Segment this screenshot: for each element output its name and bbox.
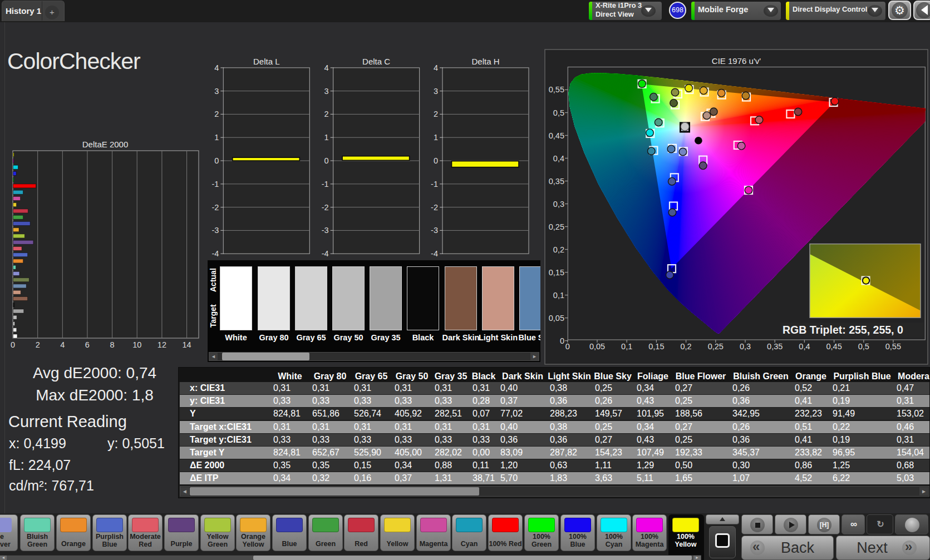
svg-text:0,4: 0,4	[553, 154, 564, 163]
svg-text:0,35: 0,35	[767, 342, 783, 351]
svg-text:0,5: 0,5	[553, 108, 564, 117]
svg-text:0,3: 0,3	[740, 342, 751, 351]
svg-text:0,05: 0,05	[549, 314, 564, 323]
svg-text:0,05: 0,05	[589, 342, 605, 351]
svg-text:0,15: 0,15	[549, 268, 564, 277]
svg-text:0,45: 0,45	[549, 131, 564, 140]
svg-text:RGB Triplet: 255, 255, 0: RGB Triplet: 255, 255, 0	[783, 324, 903, 336]
svg-text:0,55: 0,55	[885, 342, 901, 351]
svg-text:0,25: 0,25	[708, 342, 724, 351]
svg-text:0,3: 0,3	[553, 200, 564, 209]
svg-text:0,35: 0,35	[549, 177, 564, 186]
svg-text:0,25: 0,25	[549, 222, 564, 231]
svg-text:0,2: 0,2	[553, 245, 564, 254]
svg-text:0: 0	[560, 336, 564, 345]
svg-text:0,55: 0,55	[549, 85, 564, 94]
svg-text:0,45: 0,45	[826, 342, 842, 351]
svg-text:0,1: 0,1	[553, 291, 564, 300]
svg-text:0,4: 0,4	[799, 342, 810, 351]
svg-text:CIE 1976 u'v': CIE 1976 u'v'	[712, 56, 761, 66]
svg-text:0,5: 0,5	[858, 342, 869, 351]
svg-text:0,1: 0,1	[621, 342, 632, 351]
svg-text:0: 0	[565, 342, 570, 351]
svg-text:0,2: 0,2	[681, 342, 692, 351]
svg-text:0,15: 0,15	[648, 342, 664, 351]
